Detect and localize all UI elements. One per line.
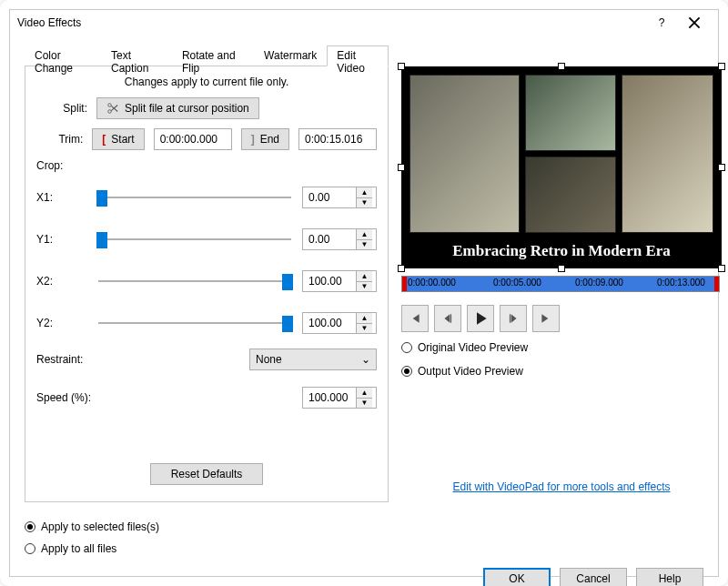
- trim-start-label: Start: [111, 133, 134, 146]
- trim-end-button[interactable]: ] End: [241, 128, 289, 150]
- radio-icon: [25, 521, 35, 532]
- split-button[interactable]: Split file at cursor position: [96, 97, 259, 119]
- original-preview-label: Original Video Preview: [418, 341, 528, 354]
- reset-defaults-button[interactable]: Reset Defaults: [150, 463, 264, 485]
- prev-frame-button[interactable]: [434, 305, 461, 332]
- speed-value[interactable]: [303, 388, 356, 408]
- crop-handle[interactable]: [718, 164, 725, 171]
- y2-spin-down[interactable]: ▼: [357, 324, 372, 334]
- x1-spinner[interactable]: ▲▼: [302, 187, 377, 208]
- x1-spin-down[interactable]: ▼: [357, 198, 372, 208]
- help-button[interactable]: ?: [645, 10, 678, 35]
- restraint-row: Restraint: None ⌄: [36, 349, 377, 370]
- ok-button[interactable]: OK: [483, 568, 551, 586]
- help-label: Help: [659, 572, 682, 585]
- reset-defaults-label: Reset Defaults: [171, 468, 243, 480]
- crop-handle[interactable]: [398, 265, 405, 272]
- tab-rotate-flip[interactable]: Rotate and Flip: [172, 45, 254, 66]
- crop-handle[interactable]: [718, 63, 725, 70]
- left-pane: Color Change Text Caption Rotate and Fli…: [25, 45, 389, 502]
- x2-spinner[interactable]: ▲▼: [302, 270, 377, 292]
- crop-handle[interactable]: [558, 63, 565, 70]
- output-preview-radio[interactable]: Output Video Preview: [401, 365, 722, 378]
- y1-spin-down[interactable]: ▼: [357, 240, 372, 250]
- help-footer-button[interactable]: Help: [636, 568, 703, 586]
- preview-area[interactable]: Embracing Retro in Modern Era: [401, 66, 722, 268]
- crop-handle[interactable]: [558, 265, 565, 272]
- y2-slider[interactable]: [98, 314, 291, 332]
- restraint-select[interactable]: None ⌄: [249, 349, 377, 370]
- x1-slider[interactable]: [98, 188, 291, 207]
- y2-spinner[interactable]: ▲▼: [302, 312, 377, 334]
- start-bracket-icon: [: [102, 133, 106, 146]
- right-pane: Embracing Retro in Modern Era 0:00:00.00…: [401, 45, 722, 502]
- trim-start-button[interactable]: [ Start: [92, 128, 144, 150]
- y1-slider[interactable]: [98, 230, 291, 248]
- videopad-link[interactable]: Edit with VideoPad for more tools and ef…: [401, 480, 722, 502]
- x2-slider[interactable]: [98, 272, 291, 290]
- y2-value[interactable]: [303, 313, 356, 333]
- x2-label: X2:: [36, 275, 87, 288]
- radio-icon: [401, 366, 412, 377]
- timeline-end-marker[interactable]: [714, 277, 719, 291]
- close-button[interactable]: [678, 10, 711, 35]
- step-back-icon: [441, 312, 454, 325]
- trim-row: Trim: [ Start ] End: [36, 128, 377, 150]
- speed-spin-up[interactable]: ▲: [357, 388, 372, 399]
- y2-row: Y2: ▲▼: [36, 312, 377, 334]
- y1-spinner[interactable]: ▲▼: [302, 228, 377, 250]
- step-forward-icon: [507, 312, 520, 325]
- trim-end-field[interactable]: [298, 128, 377, 150]
- restraint-value: None: [256, 353, 282, 366]
- svg-point-0: [108, 110, 112, 114]
- trim-label: Trim:: [36, 133, 83, 146]
- original-preview-radio[interactable]: Original Video Preview: [401, 341, 722, 354]
- y1-value[interactable]: [303, 229, 356, 249]
- y1-spin-up[interactable]: ▲: [357, 229, 372, 240]
- crop-handle[interactable]: [398, 164, 405, 171]
- speed-spin-down[interactable]: ▼: [357, 399, 372, 409]
- split-row: Split: Split file at cursor position: [36, 97, 377, 119]
- radio-icon: [25, 543, 35, 554]
- crop-handle[interactable]: [398, 63, 405, 70]
- svg-point-1: [108, 104, 112, 107]
- trim-start-field[interactable]: [154, 128, 232, 150]
- timeline-tick: 0:00:00.000: [408, 278, 456, 288]
- y1-label: Y1:: [36, 233, 87, 246]
- tab-color-change[interactable]: Color Change: [25, 45, 101, 66]
- end-bracket-icon: ]: [251, 133, 255, 146]
- play-button[interactable]: [467, 305, 494, 332]
- y2-spin-up[interactable]: ▲: [357, 313, 372, 324]
- transport-controls: [401, 305, 722, 332]
- x2-value[interactable]: [303, 271, 356, 291]
- tab-edit-video[interactable]: Edit Video: [327, 45, 389, 66]
- last-frame-button[interactable]: [532, 305, 560, 332]
- x1-spin-up[interactable]: ▲: [357, 187, 372, 198]
- edit-video-panel: Changes apply to current file only. Spli…: [25, 66, 389, 502]
- changes-note: Changes apply to current file only.: [36, 76, 377, 88]
- play-icon: [473, 311, 488, 326]
- timeline[interactable]: 0:00:00.000 0:00:05.000 0:00:09.000 0:00…: [401, 276, 720, 292]
- apply-selected-radio[interactable]: Apply to selected files(s): [25, 520, 703, 533]
- video-effects-dialog: Video Effects ? Color Change Text Captio…: [9, 9, 719, 577]
- output-preview-label: Output Video Preview: [418, 365, 523, 378]
- split-button-label: Split file at cursor position: [125, 102, 249, 115]
- next-frame-button[interactable]: [500, 305, 527, 332]
- first-frame-button[interactable]: [401, 305, 429, 332]
- tab-strip: Color Change Text Caption Rotate and Fli…: [25, 45, 389, 66]
- skip-start-icon: [409, 312, 421, 325]
- window-title: Video Effects: [17, 16, 645, 29]
- trim-end-label: End: [260, 133, 279, 146]
- crop-handle[interactable]: [718, 265, 725, 272]
- preview-thumb: [525, 75, 617, 151]
- apply-all-radio[interactable]: Apply to all files: [25, 542, 703, 555]
- tab-watermark[interactable]: Watermark: [254, 45, 327, 66]
- tab-text-caption[interactable]: Text Caption: [101, 45, 172, 66]
- x2-spin-up[interactable]: ▲: [357, 271, 372, 282]
- timeline-start-marker[interactable]: [402, 277, 407, 291]
- cancel-button[interactable]: Cancel: [560, 568, 627, 586]
- x2-spin-down[interactable]: ▼: [357, 282, 372, 292]
- chevron-down-icon: ⌄: [361, 353, 370, 366]
- x1-value[interactable]: [303, 187, 356, 207]
- speed-spinner[interactable]: ▲▼: [302, 387, 377, 409]
